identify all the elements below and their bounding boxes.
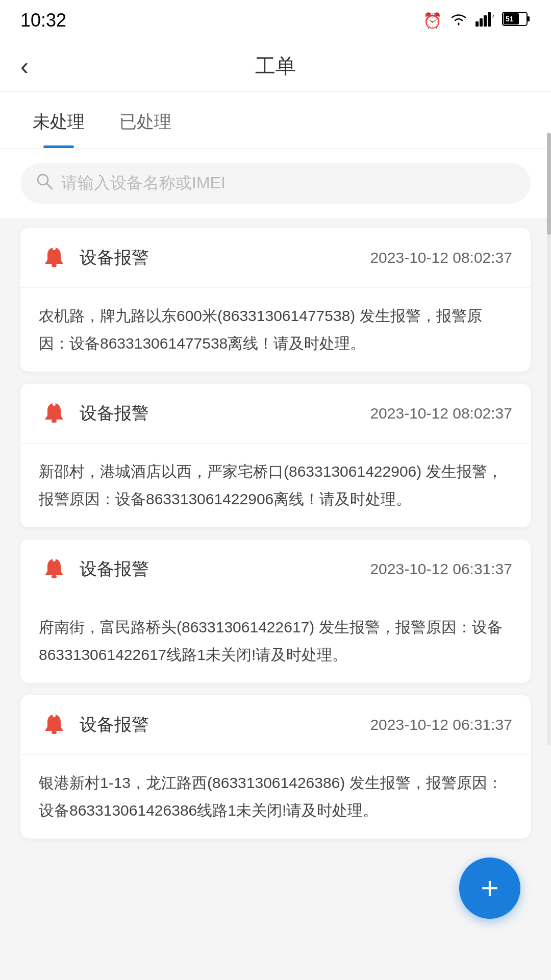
alert-card-4[interactable]: 设备报警 2023-10-12 06:31:37 银港新村1-13，龙江路西(8… [20, 695, 531, 839]
wifi-icon [450, 11, 467, 30]
card-body-1: 农机路，牌九路以东600米(863313061477538) 发生报警，报警原因… [20, 288, 531, 372]
scrollbar-thumb[interactable] [547, 133, 551, 235]
card-header-2: 设备报警 2023-10-12 08:02:37 [20, 384, 531, 444]
card-body-4: 银港新村1-13，龙江路西(863313061426386) 发生报警，报警原因… [20, 755, 531, 839]
card-content-3: 府南街，富民路桥头(863313061422617) 发生报警，报警原因：设备8… [39, 614, 512, 669]
tabs-container: 未处理 已处理 [0, 92, 551, 149]
svg-rect-2 [484, 15, 487, 27]
svg-point-14 [53, 403, 56, 406]
tab-processed[interactable]: 已处理 [107, 92, 184, 148]
status-bar: 10:32 ⏰ 4G [0, 0, 551, 41]
status-time: 10:32 [20, 10, 66, 31]
svg-line-10 [47, 184, 52, 189]
page-title: 工单 [255, 52, 296, 80]
bell-icon-1 [39, 242, 69, 273]
card-time-2: 2023-10-12 08:02:37 [370, 405, 512, 422]
svg-rect-0 [475, 21, 479, 27]
card-type-4: 设备报警 [80, 713, 360, 737]
header: ‹ 工单 [0, 41, 551, 92]
scrollbar-track [547, 133, 551, 745]
bell-icon-2 [39, 398, 69, 429]
bell-icon-4 [39, 709, 69, 740]
card-time-4: 2023-10-12 06:31:37 [370, 716, 512, 733]
card-header-1: 设备报警 2023-10-12 08:02:37 [20, 228, 531, 288]
card-type-1: 设备报警 [80, 246, 360, 270]
card-content-1: 农机路，牌九路以东600米(863313061477538) 发生报警，报警原因… [39, 302, 512, 357]
svg-point-12 [53, 247, 56, 250]
svg-point-16 [53, 558, 56, 561]
search-icon [36, 173, 53, 194]
svg-rect-3 [488, 12, 491, 27]
back-button[interactable]: ‹ [20, 54, 29, 79]
battery-icon: 51 [502, 12, 531, 30]
alert-card-2[interactable]: 设备报警 2023-10-12 08:02:37 新邵村，港城酒店以西，严家宅桥… [20, 384, 531, 527]
svg-point-18 [53, 714, 56, 717]
svg-text:4G: 4G [492, 12, 494, 20]
svg-rect-6 [527, 16, 530, 21]
cards-list: 设备报警 2023-10-12 08:02:37 农机路，牌九路以东600米(8… [0, 218, 551, 849]
search-container: 请输入设备名称或IMEI [0, 149, 551, 218]
card-content-2: 新邵村，港城酒店以西，严家宅桥口(863313061422906) 发生报警，报… [39, 458, 512, 513]
card-type-2: 设备报警 [80, 402, 360, 425]
tab-unprocessed[interactable]: 未处理 [20, 92, 97, 148]
card-header-4: 设备报警 2023-10-12 06:31:37 [20, 695, 531, 755]
card-header-3: 设备报警 2023-10-12 06:31:37 [20, 540, 531, 599]
svg-point-9 [38, 175, 48, 185]
signal-icon: 4G [475, 11, 494, 30]
fab-plus-icon: + [481, 873, 498, 903]
card-time-1: 2023-10-12 08:02:37 [370, 249, 512, 266]
svg-rect-17 [52, 731, 57, 734]
svg-rect-11 [52, 264, 57, 267]
alarm-icon: ⏰ [423, 12, 442, 30]
card-body-2: 新邵村，港城酒店以西，严家宅桥口(863313061422906) 发生报警，报… [20, 444, 531, 527]
alert-card-3[interactable]: 设备报警 2023-10-12 06:31:37 府南街，富民路桥头(86331… [20, 540, 531, 683]
status-icons: ⏰ 4G 51 [423, 11, 531, 30]
search-bar[interactable]: 请输入设备名称或IMEI [20, 163, 531, 204]
svg-rect-1 [480, 18, 483, 27]
card-time-3: 2023-10-12 06:31:37 [370, 560, 512, 578]
card-content-4: 银港新村1-13，龙江路西(863313061426386) 发生报警，报警原因… [39, 769, 512, 824]
svg-rect-15 [52, 575, 57, 578]
svg-text:51: 51 [506, 15, 514, 23]
fab-button[interactable]: + [459, 857, 520, 919]
svg-rect-13 [52, 420, 57, 423]
search-placeholder: 请输入设备名称或IMEI [61, 172, 226, 194]
card-type-3: 设备报警 [80, 557, 360, 581]
alert-card-1[interactable]: 设备报警 2023-10-12 08:02:37 农机路，牌九路以东600米(8… [20, 228, 531, 372]
bell-icon-3 [39, 554, 69, 584]
card-body-3: 府南街，富民路桥头(863313061422617) 发生报警，报警原因：设备8… [20, 599, 531, 683]
